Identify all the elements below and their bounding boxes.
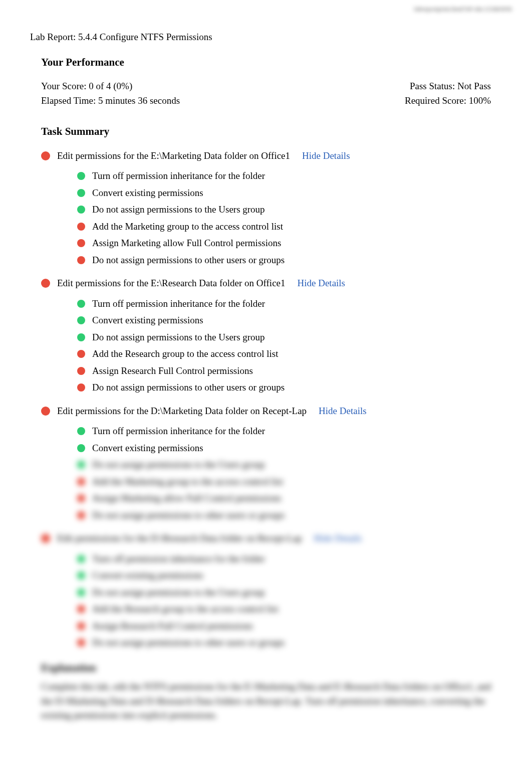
status-fail-icon bbox=[41, 151, 50, 160]
status-fail-icon bbox=[77, 256, 85, 264]
report-title: Lab Report: 5.4.4 Configure NTFS Permiss… bbox=[30, 30, 502, 45]
subtask-item: Do not assign permissions to other users… bbox=[77, 636, 502, 650]
subtask-item: Convert existing permissions bbox=[77, 186, 502, 201]
explanation-heading: Explanation bbox=[41, 660, 502, 676]
subtask-text: Turn off permission inheritance for the … bbox=[92, 169, 265, 183]
subtask-text: Assign Research Full Control permissions bbox=[92, 364, 253, 378]
subtask-text: Do not assign permissions to the Users g… bbox=[92, 586, 265, 600]
performance-heading: Your Performance bbox=[41, 55, 502, 71]
task-item: Edit permissions for the D:\Marketing Da… bbox=[41, 404, 502, 523]
subtask-item: Do not assign permissions to the Users g… bbox=[77, 586, 502, 600]
task-title: Edit permissions for the D:\Marketing Da… bbox=[57, 404, 307, 419]
status-fail-icon bbox=[77, 478, 85, 486]
status-pass-icon bbox=[77, 427, 85, 435]
explanation-body: Complete this lab, edit the NTFS permiss… bbox=[41, 680, 502, 723]
subtask-item: Do not assign permissions to the Users g… bbox=[77, 458, 502, 472]
status-pass-icon bbox=[77, 333, 85, 341]
subtask-item: Add the Research group to the access con… bbox=[77, 347, 502, 361]
subtask-text: Turn off permission inheritance for the … bbox=[92, 297, 265, 311]
subtask-text: Convert existing permissions bbox=[92, 313, 203, 328]
tasks-list: Edit permissions for the E:\Marketing Da… bbox=[41, 149, 502, 650]
subtask-text: Turn off permission inheritance for the … bbox=[92, 552, 265, 566]
status-fail-icon bbox=[77, 622, 85, 630]
subtask-item: Convert existing permissions bbox=[77, 441, 502, 456]
hide-details-link[interactable]: Hide Details bbox=[314, 531, 362, 546]
status-fail-icon bbox=[77, 350, 85, 358]
subtask-item: Assign Research Full Control permissions bbox=[77, 364, 502, 378]
subtasks-list: Turn off permission inheritance for the … bbox=[77, 424, 502, 522]
subtask-item: Turn off permission inheritance for the … bbox=[77, 552, 502, 566]
subtask-text: Assign Marketing allow Full Control perm… bbox=[92, 491, 281, 506]
subtask-item: Add the Marketing group to the access co… bbox=[77, 220, 502, 234]
subtask-text: Do not assign permissions to other users… bbox=[92, 380, 285, 395]
required-score: Required Score: 100% bbox=[405, 94, 491, 108]
status-pass-icon bbox=[77, 172, 85, 180]
subtasks-list: Turn off permission inheritance for the … bbox=[77, 297, 502, 395]
subtask-item: Add the Marketing group to the access co… bbox=[77, 475, 502, 489]
subtask-item: Turn off permission inheritance for the … bbox=[77, 169, 502, 183]
page-header-url: labreportprint.html?id=abc123def456 bbox=[414, 4, 512, 14]
status-fail-icon bbox=[77, 494, 85, 502]
status-fail-icon bbox=[41, 407, 50, 416]
subtask-item: Assign Marketing allow Full Control perm… bbox=[77, 491, 502, 506]
task-title: Edit permissions for the E:\Marketing Da… bbox=[57, 149, 290, 163]
task-header: Edit permissions for the D:\Marketing Da… bbox=[41, 404, 502, 419]
subtask-item: Do not assign permissions to other users… bbox=[77, 253, 502, 268]
status-pass-icon bbox=[77, 589, 85, 597]
status-fail-icon bbox=[77, 367, 85, 375]
subtask-item: Assign Marketing allow Full Control perm… bbox=[77, 236, 502, 251]
task-title: Edit permissions for the E:\Research Dat… bbox=[57, 276, 286, 291]
subtask-text: Add the Research group to the access con… bbox=[92, 602, 278, 617]
status-pass-icon bbox=[77, 316, 85, 324]
status-pass-icon bbox=[77, 300, 85, 308]
subtask-item: Add the Research group to the access con… bbox=[77, 602, 502, 617]
score-block: Your Score: 0 of 4 (0%) Elapsed Time: 5 … bbox=[41, 79, 491, 108]
subtask-text: Turn off permission inheritance for the … bbox=[92, 424, 265, 439]
subtask-item: Assign Research Full Control permissions bbox=[77, 619, 502, 634]
subtask-text: Assign Marketing allow Full Control perm… bbox=[92, 236, 281, 251]
subtask-text: Do not assign permissions to other users… bbox=[92, 636, 285, 650]
subtask-text: Do not assign permissions to the Users g… bbox=[92, 458, 265, 472]
task-item: Edit permissions for the E:\Research Dat… bbox=[41, 276, 502, 395]
status-fail-icon bbox=[41, 279, 50, 288]
subtask-item: Convert existing permissions bbox=[77, 568, 502, 583]
status-fail-icon bbox=[77, 223, 85, 231]
subtask-item: Do not assign permissions to other users… bbox=[77, 508, 502, 523]
your-score: Your Score: 0 of 4 (0%) bbox=[41, 79, 180, 94]
task-header: Edit permissions for the D:\Research Dat… bbox=[41, 531, 502, 546]
status-pass-icon bbox=[77, 571, 85, 579]
subtask-text: Add the Marketing group to the access co… bbox=[92, 220, 283, 234]
status-fail-icon bbox=[77, 511, 85, 519]
subtask-text: Convert existing permissions bbox=[92, 441, 203, 456]
task-item: Edit permissions for the E:\Marketing Da… bbox=[41, 149, 502, 268]
subtask-text: Do not assign permissions to other users… bbox=[92, 508, 285, 523]
subtask-text: Add the Research group to the access con… bbox=[92, 347, 278, 361]
subtask-item: Turn off permission inheritance for the … bbox=[77, 297, 502, 311]
lab-report-page: Lab Report: 5.4.4 Configure NTFS Permiss… bbox=[0, 0, 532, 743]
subtask-text: Do not assign permissions to other users… bbox=[92, 253, 285, 268]
subtask-item: Convert existing permissions bbox=[77, 313, 502, 328]
status-fail-icon bbox=[77, 605, 85, 613]
task-header: Edit permissions for the E:\Marketing Da… bbox=[41, 149, 502, 163]
status-fail-icon bbox=[77, 239, 85, 247]
subtasks-list: Turn off permission inheritance for the … bbox=[77, 169, 502, 267]
task-item: Edit permissions for the D:\Research Dat… bbox=[41, 531, 502, 650]
subtask-text: Do not assign permissions to the Users g… bbox=[92, 203, 265, 217]
subtask-item: Do not assign permissions to other users… bbox=[77, 380, 502, 395]
status-fail-icon bbox=[77, 383, 85, 392]
explanation-section: Explanation Complete this lab, edit the … bbox=[41, 660, 502, 723]
subtask-text: Assign Research Full Control permissions bbox=[92, 619, 253, 634]
status-pass-icon bbox=[77, 555, 85, 563]
hide-details-link[interactable]: Hide Details bbox=[319, 404, 367, 419]
status-fail-icon bbox=[41, 534, 50, 543]
task-title: Edit permissions for the D:\Research Dat… bbox=[57, 531, 302, 546]
elapsed-time: Elapsed Time: 5 minutes 36 seconds bbox=[41, 94, 180, 108]
subtask-text: Convert existing permissions bbox=[92, 568, 203, 583]
hide-details-link[interactable]: Hide Details bbox=[302, 149, 350, 163]
hide-details-link[interactable]: Hide Details bbox=[298, 276, 346, 291]
subtask-text: Add the Marketing group to the access co… bbox=[92, 475, 283, 489]
subtask-item: Do not assign permissions to the Users g… bbox=[77, 203, 502, 217]
subtask-text: Do not assign permissions to the Users g… bbox=[92, 330, 265, 345]
pass-status: Pass Status: Not Pass bbox=[405, 79, 491, 94]
status-fail-icon bbox=[77, 639, 85, 647]
